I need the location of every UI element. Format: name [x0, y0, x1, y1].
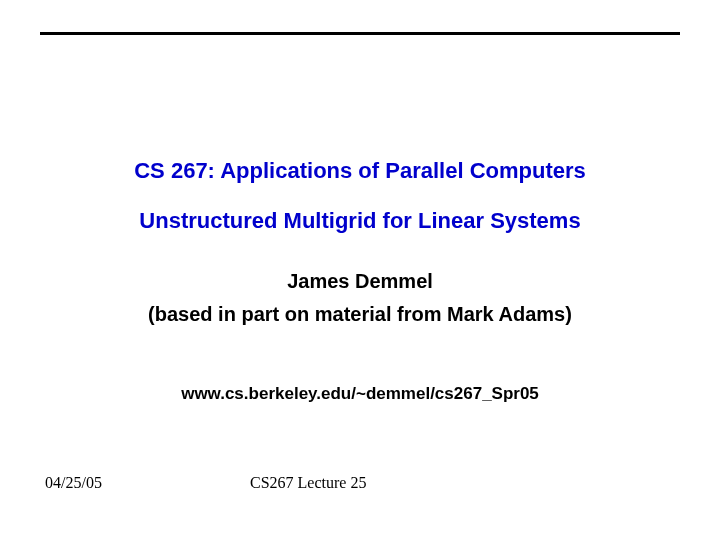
- horizontal-rule: [40, 32, 680, 35]
- footer-lecture: CS267 Lecture 25: [250, 474, 366, 492]
- author-block: James Demmel (based in part on material …: [0, 270, 720, 326]
- lecture-title: Unstructured Multigrid for Linear System…: [0, 208, 720, 234]
- course-url: www.cs.berkeley.edu/~demmel/cs267_Spr05: [0, 384, 720, 404]
- url-block: www.cs.berkeley.edu/~demmel/cs267_Spr05: [0, 384, 720, 404]
- author-note: (based in part on material from Mark Ada…: [0, 303, 720, 326]
- footer-date: 04/25/05: [45, 474, 102, 492]
- title-block: CS 267: Applications of Parallel Compute…: [0, 158, 720, 235]
- course-title: CS 267: Applications of Parallel Compute…: [0, 158, 720, 184]
- author-name: James Demmel: [0, 270, 720, 293]
